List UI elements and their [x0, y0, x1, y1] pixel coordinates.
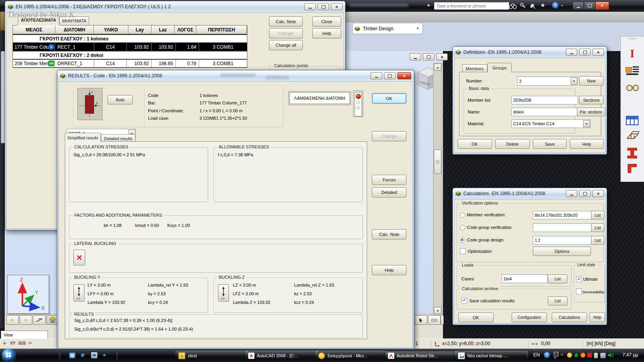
combo-caret-icon[interactable]: ▼	[416, 27, 419, 30]
quicklaunch-overflow-icon[interactable]: »	[103, 352, 106, 358]
code-group-design-list-button[interactable]: List	[591, 236, 604, 245]
tray-clock-icon[interactable]	[567, 353, 572, 358]
detailed-button[interactable]: Detailed	[372, 187, 406, 197]
tab-members[interactable]: Members	[462, 64, 487, 73]
definitions-ibeam-icon[interactable]: I	[626, 48, 638, 60]
main-restore-button[interactable]	[584, 2, 595, 10]
definitions-maximize-button[interactable]	[579, 49, 591, 56]
volume-icon[interactable]	[608, 353, 614, 358]
snap-v-icon[interactable]: V?	[10, 341, 15, 346]
member-list-button[interactable]: List	[591, 211, 604, 219]
calculations-close-button[interactable]: ×	[593, 190, 604, 197]
display-sections-button[interactable]: N12	[33, 315, 46, 325]
tray-red-icon[interactable]	[587, 353, 592, 358]
view-button-clipped[interactable]	[441, 315, 444, 325]
satellite-icon[interactable]	[529, 3, 536, 9]
configuration-button[interactable]: Configuration	[512, 313, 547, 322]
results-calc-note-button[interactable]: Calc. Note	[372, 229, 406, 240]
calculations-ok-button[interactable]: OK	[458, 313, 494, 322]
taskband-grip[interactable]	[116, 353, 118, 359]
tab-groups[interactable]: Groups	[487, 63, 512, 73]
col-yliko[interactable]: ΥΛΙΚΟ	[94, 26, 128, 34]
cases-list-button[interactable]: List	[548, 274, 567, 283]
results-maximize-button[interactable]	[384, 72, 395, 79]
cut-icon[interactable]: ✂	[28, 340, 32, 346]
code-group-verification-radio[interactable]	[460, 225, 465, 230]
code-group-verification-field[interactable]	[533, 223, 593, 232]
uls-maximize-button[interactable]	[318, 3, 329, 10]
main-close-button[interactable]: ×	[595, 2, 609, 10]
options-button[interactable]: Options	[533, 247, 591, 256]
group-row-2[interactable]: ΓΚΡΟΥΠ ΕΛΕΓΧΟΥ : 2 dokoi	[13, 51, 247, 60]
infocenter-expand-icon[interactable]: ▶	[428, 3, 430, 7]
tab-apotelesmata[interactable]: ΑΠΟΤΕΛΕΣΜΑΤΑ	[18, 15, 59, 25]
cases-field[interactable]: 1to4	[501, 274, 548, 283]
language-indicator[interactable]: EN	[533, 352, 540, 358]
material-combo[interactable]: C14 EC5 Timber C14▼	[511, 119, 591, 128]
angle-section-icon[interactable]	[627, 163, 638, 176]
code-group-ver-list-button[interactable]: List	[591, 223, 604, 232]
results-ok-button[interactable]: OK	[372, 93, 406, 104]
main-minimize-button[interactable]	[573, 2, 584, 10]
archive-list-button[interactable]: List	[548, 296, 567, 305]
member-list-field[interactable]: 203to208	[511, 96, 578, 104]
tab-simplified-results[interactable]: Simplified results	[65, 133, 101, 142]
taskbar-button-autocad[interactable]: A AutoCAD 2008 - [C:...	[245, 350, 318, 361]
help-icon[interactable]: ?	[552, 2, 559, 9]
forces-button[interactable]: Forces	[372, 175, 406, 185]
structure-frame-icon[interactable]	[626, 130, 640, 143]
results-minimize-button[interactable]	[371, 72, 382, 79]
quicklaunch-desktop-icon[interactable]	[91, 352, 97, 358]
col-laz[interactable]: Laz	[152, 26, 175, 34]
calculations-help-button[interactable]: Help	[589, 313, 605, 322]
calc-note-button[interactable]: Calc. Note	[269, 16, 303, 27]
tray-orange-icon[interactable]	[580, 353, 585, 358]
view-restore-button[interactable]	[423, 53, 434, 60]
view-minimize-button[interactable]	[410, 53, 421, 60]
tab-minimata[interactable]: ΜΗΝΥΜΑΤΑ	[59, 16, 89, 25]
save-button[interactable]: Save	[533, 139, 567, 149]
favorites-star-icon[interactable]: ★	[540, 2, 545, 8]
delete-button[interactable]: Delete	[495, 139, 530, 149]
tray-green-icon[interactable]	[574, 353, 579, 358]
uls-close-button[interactable]: ×	[331, 3, 342, 10]
new-button[interactable]: New	[579, 76, 604, 86]
search-input[interactable]	[434, 2, 509, 10]
table-row-208[interactable]: 208 Timber Mem OK DRRECT_1 C14 103.92 18…	[13, 60, 247, 68]
taskbar-button-bitmap[interactable]: Νέα εικόνα bitmap -...	[454, 350, 528, 361]
serviceability-checkbox[interactable]	[576, 289, 582, 294]
definitions-titlebar[interactable]: Definitions -EN 1995-1:2004/A1:2008 ×	[453, 47, 607, 58]
section-definition-icon[interactable]	[626, 66, 639, 78]
display-bars-button[interactable]: .n.	[20, 315, 32, 325]
uls-minimize-button[interactable]	[304, 3, 316, 10]
calculations-maximize-button[interactable]	[579, 190, 591, 197]
taskbar-button-ztest[interactable]: ▲ ztest	[175, 350, 249, 361]
grid-display-icon[interactable]: ⊞⊞	[18, 340, 26, 346]
combo-caret-icon[interactable]: ▼	[583, 120, 590, 127]
definitions-minimize-button[interactable]	[566, 49, 577, 56]
par-sections-button[interactable]: Par. sections	[577, 108, 605, 116]
calculations-minimize-button[interactable]	[566, 190, 577, 197]
group-row-1[interactable]: ΓΚΡΟΥΠ ΕΛΕΓΧΟΥ : 1 kolones	[13, 35, 247, 43]
col-periptosi[interactable]: ΠΕΡΙΠΤΩΣΗ	[196, 26, 247, 34]
tray-collapse-icon[interactable]: <	[561, 352, 563, 357]
tray-help-icon[interactable]: ?	[544, 352, 550, 358]
design-mode-combo[interactable]: Timber Design ▼	[352, 23, 423, 34]
results-table-icon[interactable]	[626, 116, 639, 127]
scroll-down-icon[interactable]: ▼	[434, 307, 441, 314]
scrollbar-thumb[interactable]	[434, 150, 441, 174]
buckling-z-icon[interactable]: 1.0	[218, 284, 229, 302]
tab-detailed-results[interactable]: Detailed results	[101, 134, 135, 142]
key-icon[interactable]	[520, 3, 526, 9]
view-close-button[interactable]: ×	[436, 53, 448, 60]
code-group-design-field[interactable]: 1 2	[533, 236, 593, 245]
member-verification-radio[interactable]	[460, 212, 465, 218]
steel-section-icon[interactable]	[627, 147, 638, 161]
buckling-y-icon[interactable]: 1.0	[73, 284, 84, 302]
view-scrollbar[interactable]: ▲ ▼	[433, 63, 442, 315]
quicklaunch-grip[interactable]	[59, 353, 60, 359]
binoculars-icon[interactable]	[509, 3, 517, 9]
change-button[interactable]: Change	[269, 28, 303, 38]
battery-icon[interactable]	[594, 353, 598, 358]
sections-button[interactable]: Sections	[579, 96, 604, 104]
